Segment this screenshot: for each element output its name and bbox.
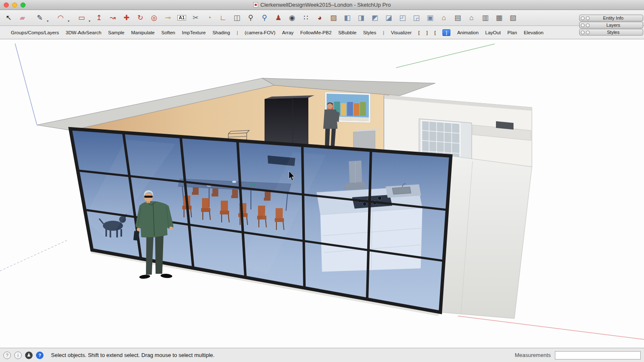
rectangle-tool-icon: ▭	[78, 14, 85, 21]
texture-tool[interactable]: ▨	[327, 12, 340, 24]
split-tool[interactable]: ◲	[409, 12, 423, 24]
subtract-tool-icon: ◪	[385, 14, 392, 21]
tab-followme-pb2[interactable]: FollowMe-PB2	[300, 30, 332, 35]
line-tool-icon: ✎	[37, 14, 43, 21]
tray-knob-icon[interactable]	[581, 16, 585, 20]
tab-sample[interactable]: Sample	[108, 30, 124, 35]
dropdown-caret-icon[interactable]: ▾	[68, 19, 69, 23]
arc-tool-icon: ◠	[58, 14, 64, 21]
viewport[interactable]	[0, 39, 644, 348]
tape-measure-tool[interactable]: ⊸	[161, 12, 175, 24]
tab-layout[interactable]: LayOut	[485, 30, 501, 35]
components-icon[interactable]: ▤	[451, 12, 465, 24]
user-icon[interactable]: ♟	[25, 352, 33, 359]
followme-tool[interactable]: ↝	[106, 12, 120, 24]
measurements-input[interactable]	[555, 351, 641, 359]
warehouse-icon[interactable]: ⌂	[437, 12, 451, 24]
minimize-window-button[interactable]	[12, 3, 17, 8]
tool-toolbar: ↖▰✎▾◠▾▭▾↥↝✚↻◎⊸A1✂◔∟◫⚲⚲♟◉∷◕▨◧◨◩◪◰◲▣⌂▤⌂▥▦▧	[0, 10, 644, 26]
zoom-window-button[interactable]	[20, 3, 26, 8]
tab-plan[interactable]: Plan	[507, 30, 517, 35]
tray-knob-icon[interactable]	[586, 16, 590, 20]
styles-tray-label: Styles	[590, 30, 643, 35]
tab-elevation[interactable]: Elevation	[524, 30, 543, 35]
tab-bracket-open-2[interactable]: [	[434, 30, 436, 35]
scissors-tool[interactable]: ✂	[189, 12, 202, 24]
arc-tool[interactable]: ◠▾	[50, 12, 71, 24]
walk-tool-icon: ∷	[304, 14, 308, 21]
sunglasses	[144, 196, 153, 198]
rotate-tool-icon: ↻	[137, 14, 143, 21]
axes-tool[interactable]: ∟	[216, 12, 230, 24]
tab-imptexture[interactable]: ImpTexture	[182, 30, 206, 35]
union-tool[interactable]: ◩	[368, 12, 382, 24]
layers-tray-label: Layers	[590, 23, 643, 28]
tab-bracket-open-1[interactable]: [	[418, 30, 419, 35]
tab-styles[interactable]: Styles	[363, 30, 376, 35]
home-icon[interactable]: ⌂	[465, 12, 478, 24]
offset-tool[interactable]: ◎	[147, 12, 161, 24]
tab-camera-fov[interactable]: (camera-FOV)	[245, 30, 275, 35]
tray-knob-icon[interactable]	[581, 31, 585, 34]
look-around-tool[interactable]: ◉	[285, 12, 299, 24]
styles-tray[interactable]: Styles	[579, 29, 643, 36]
tray-knob-icon[interactable]	[581, 23, 585, 27]
tab-groups-comps-layers[interactable]: Groups/Comps/Layers	[11, 30, 59, 35]
layers-icon[interactable]: ▧	[506, 12, 520, 24]
zoom-extents-tool-icon: ⚲	[262, 14, 267, 21]
entity-info-tray[interactable]: Entity Info	[579, 15, 643, 21]
tray-knob-icon[interactable]	[586, 23, 590, 27]
protractor-tool[interactable]: ◔	[202, 12, 216, 24]
solid-tools-icon: ▣	[427, 14, 433, 21]
rectangle-tool[interactable]: ▭▾	[71, 12, 92, 24]
tab-shading[interactable]: Shading	[212, 30, 230, 35]
dropdown-caret-icon[interactable]: ▾	[89, 19, 90, 23]
tab-manipulate[interactable]: Manipulate	[131, 30, 154, 35]
rotate-tool[interactable]: ↻	[133, 12, 147, 24]
paint-bucket-tool-icon: ◕	[317, 14, 322, 21]
tab-visualizer[interactable]: Visualizer	[391, 30, 412, 35]
select-tool[interactable]: ↖	[2, 12, 15, 24]
pushpull-tool[interactable]: ↥	[92, 12, 106, 24]
move-tool[interactable]: ✚	[120, 12, 133, 24]
layers-tray[interactable]: Layers	[579, 22, 643, 28]
tab-bracket-close-1[interactable]: ]	[427, 30, 428, 35]
solid-tools[interactable]: ▣	[423, 12, 437, 24]
help-icon[interactable]: ?	[36, 352, 43, 359]
layers-icon-icon: ▧	[509, 14, 516, 21]
zoom-tool[interactable]: ⚲	[244, 12, 258, 24]
intersect-tool[interactable]: ◨	[354, 12, 368, 24]
trim-tool[interactable]: ◰	[396, 12, 409, 24]
trim-tool-icon: ◰	[399, 14, 406, 21]
dimension-text-tool[interactable]: A1	[175, 12, 189, 24]
position-camera-tool-icon: ♟	[275, 14, 281, 21]
eraser-tool[interactable]: ▰	[15, 12, 29, 24]
zoom-extents-tool[interactable]: ⚲	[258, 12, 271, 24]
subtract-tool[interactable]: ◪	[382, 12, 396, 24]
position-camera-tool[interactable]: ♟	[271, 12, 285, 24]
outer-shell-tool[interactable]: ◧	[340, 12, 354, 24]
side-exterior-wall[interactable]	[440, 156, 532, 319]
dark-cabinet[interactable]	[265, 95, 314, 148]
close-window-button[interactable]	[4, 3, 9, 8]
tab-separator-2: |	[383, 30, 384, 35]
tab-sbubble[interactable]: SBubble	[338, 30, 356, 35]
tab-animation[interactable]: Animation	[457, 30, 478, 35]
geolocation-icon[interactable]: ?	[3, 352, 11, 359]
instructor-icon[interactable]: i	[14, 352, 22, 359]
paint-bucket-tool[interactable]: ◕	[313, 12, 327, 24]
tab-soften[interactable]: Soften	[161, 30, 175, 35]
tray-knob-icon[interactable]	[586, 31, 590, 34]
walk-tool[interactable]: ∷	[299, 12, 313, 24]
materials-icon[interactable]: ▥	[478, 12, 492, 24]
materials-icon-icon: ▥	[482, 14, 488, 21]
tab-array[interactable]: Array	[282, 30, 294, 35]
title-bar: ClerkenwellDesignWeek2015–London - Sketc…	[0, 0, 644, 10]
tab-3dw-advsearch[interactable]: 3DW-AdvSearch	[66, 30, 101, 35]
line-tool[interactable]: ✎▾	[29, 12, 50, 24]
styles-icon[interactable]: ▦	[492, 12, 506, 24]
section-plane-tool[interactable]: ◫	[230, 12, 244, 24]
tab-bracket-close-2[interactable]: ]	[442, 29, 450, 36]
dropdown-caret-icon[interactable]: ▾	[47, 19, 49, 23]
select-tool-icon: ↖	[5, 14, 11, 21]
